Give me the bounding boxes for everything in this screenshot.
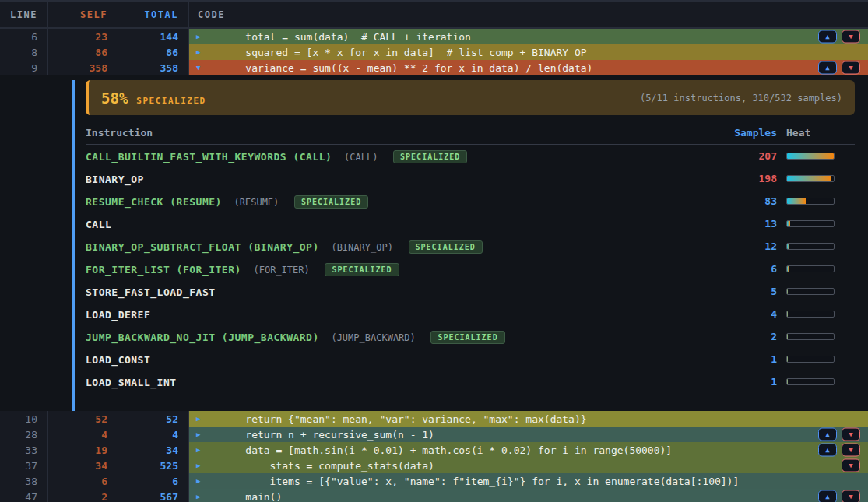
instruction-sample-count: 2 <box>722 331 777 342</box>
column-header-instruction: Instruction <box>86 127 722 139</box>
code-rows-bottom: 10 52 52 ▶ return {"mean": mean, "var": … <box>0 411 868 502</box>
instruction-row: STORE_FAST_LOAD_FAST 5 <box>86 280 855 303</box>
expand-arrow-icon[interactable]: ▶ <box>196 493 221 500</box>
instruction-name: BINARY_OP_SUBTRACT_FLOAT (BINARY_OP) <box>86 241 319 253</box>
code-cell[interactable]: ▼ variance = sum((x - mean) ** 2 for x i… <box>189 60 868 75</box>
code-line-row: 10 52 52 ▶ return {"mean": mean, "var": … <box>0 411 868 427</box>
jump-down-button[interactable]: ▼ <box>842 459 860 472</box>
heat-bar-fill <box>787 356 788 362</box>
jump-down-button[interactable]: ▼ <box>842 30 860 44</box>
self-samples: 19 <box>48 442 118 458</box>
heat-bar-fill <box>787 334 788 339</box>
self-samples: 6 <box>48 473 118 489</box>
instruction-row: BINARY_OP_SUBTRACT_FLOAT (BINARY_OP) (BI… <box>86 235 855 258</box>
total-samples: 86 <box>118 44 189 60</box>
heat-bar <box>786 175 835 182</box>
specialized-badge: SPECIALIZED <box>325 263 399 276</box>
jump-up-button[interactable]: ▲ <box>818 490 837 502</box>
heat-bar-fill <box>787 266 789 272</box>
expand-arrow-icon[interactable]: ▶ <box>196 462 221 469</box>
jump-down-button[interactable]: ▼ <box>842 490 860 502</box>
heat-bar-fill <box>787 198 806 204</box>
instruction-base-name: (BINARY_OP) <box>331 242 392 253</box>
expand-arrow-icon[interactable]: ▶ <box>196 415 221 423</box>
specialized-badge: SPECIALIZED <box>393 150 467 163</box>
code-cell[interactable]: ▶ return n + recursive_sum(n - 1) ▲ ▼ <box>189 427 868 442</box>
self-samples: 358 <box>48 60 118 75</box>
instruction-row: CALL_BUILTIN_FAST_WITH_KEYWORDS (CALL) (… <box>86 145 855 167</box>
instruction-sample-count: 207 <box>722 150 777 162</box>
specialized-percent-label: SPECIALIZED <box>136 96 206 106</box>
code-cell[interactable]: ▶ data = [math.sin(i * 0.01) + math.cos(… <box>189 442 868 458</box>
heat-bar <box>786 265 835 272</box>
instruction-row: RESUME_CHECK (RESUME) (RESUME) SPECIALIZ… <box>86 190 855 212</box>
specialization-detail-text: (5/11 instructions, 310/532 samples) <box>640 93 842 104</box>
column-header-samples: Samples <box>722 127 777 139</box>
instruction-row: LOAD_SMALL_INT 1 <box>86 370 855 393</box>
column-header-heat: Heat <box>777 127 835 139</box>
line-number: 10 <box>0 411 48 427</box>
jump-down-button[interactable]: ▼ <box>842 428 860 441</box>
expand-arrow-icon[interactable]: ▶ <box>196 48 221 56</box>
instruction-name: STORE_FAST_LOAD_FAST <box>86 286 216 298</box>
heat-bar <box>786 220 835 227</box>
line-number: 47 <box>0 489 48 502</box>
jump-up-button[interactable]: ▲ <box>818 444 837 457</box>
code-rows-top: 6 23 144 ▶ total = sum(data) # CALL + it… <box>0 29 868 75</box>
heat-bar-fill <box>787 176 831 181</box>
source-code: return {"mean": mean, "var": variance, "… <box>221 413 587 425</box>
self-samples: 86 <box>48 44 118 60</box>
jump-up-button[interactable]: ▲ <box>818 30 837 44</box>
expand-arrow-icon[interactable]: ▶ <box>196 430 221 438</box>
instruction-name: LOAD_DEREF <box>86 309 150 321</box>
instruction-row: CALL 13 <box>86 212 855 235</box>
source-code: main() <box>221 491 282 502</box>
code-cell[interactable]: ▶ total = sum(data) # CALL + iteration ▲… <box>189 29 868 44</box>
expand-arrow-icon[interactable]: ▶ <box>196 477 221 485</box>
self-samples: 34 <box>48 458 118 473</box>
code-line-row: 38 6 6 ▶ items = [{"value": x, "name": f… <box>0 473 868 489</box>
heat-bar-fill <box>787 153 834 159</box>
specialized-badge: SPECIALIZED <box>430 331 504 344</box>
code-line-row: 8 86 86 ▶ squared = [x * x for x in data… <box>0 44 868 60</box>
code-cell[interactable]: ▶ main() ▲ ▼ <box>189 489 868 502</box>
line-number: 37 <box>0 458 48 473</box>
self-samples: 23 <box>48 29 118 44</box>
heat-bar-fill <box>787 311 788 317</box>
instruction-name: LOAD_CONST <box>86 354 150 366</box>
code-line-row: 37 34 525 ▶ stats = compute_stats(data) … <box>0 458 868 473</box>
instruction-name: JUMP_BACKWARD_NO_JIT (JUMP_BACKWARD) <box>86 332 319 343</box>
column-header-total: TOTAL <box>118 2 189 27</box>
code-cell[interactable]: ▶ squared = [x * x for x in data] # list… <box>189 44 868 60</box>
column-header-line: LINE <box>0 2 48 27</box>
self-samples: 4 <box>48 427 118 442</box>
specialization-summary-banner: 58% SPECIALIZED (5/11 instructions, 310/… <box>86 80 855 115</box>
code-cell[interactable]: ▶ items = [{"value": x, "name": f"item_{… <box>189 473 868 489</box>
self-samples: 2 <box>48 489 118 502</box>
instruction-sample-count: 1 <box>722 353 777 365</box>
instruction-row: LOAD_CONST 1 <box>86 348 855 370</box>
instruction-base-name: (FOR_ITER) <box>253 265 309 276</box>
self-samples: 52 <box>48 411 118 427</box>
jump-down-button[interactable]: ▼ <box>842 61 860 75</box>
jump-up-button[interactable]: ▲ <box>818 61 837 75</box>
line-number: 6 <box>0 29 48 44</box>
line-number: 28 <box>0 427 48 442</box>
jump-down-button[interactable]: ▼ <box>842 444 860 457</box>
column-header-self: SELF <box>48 2 118 27</box>
total-samples: 358 <box>118 60 189 75</box>
code-line-row: 28 4 4 ▶ return n + recursive_sum(n - 1)… <box>0 427 868 442</box>
code-cell[interactable]: ▶ return {"mean": mean, "var": variance,… <box>189 411 868 427</box>
instruction-sample-count: 13 <box>722 218 777 230</box>
expand-arrow-icon[interactable]: ▼ <box>196 64 221 72</box>
source-code: return n + recursive_sum(n - 1) <box>221 429 434 441</box>
code-cell[interactable]: ▶ stats = compute_stats(data) ▲ ▼ <box>189 458 868 473</box>
instruction-table-header: Instruction Samples Heat <box>86 127 855 145</box>
instruction-sample-count: 1 <box>722 376 777 388</box>
expand-arrow-icon[interactable]: ▶ <box>196 33 221 40</box>
jump-up-button[interactable]: ▲ <box>818 428 837 441</box>
expand-arrow-icon[interactable]: ▶ <box>196 446 221 454</box>
source-code: squared = [x * x for x in data] # list c… <box>221 47 587 58</box>
instruction-name: BINARY_OP <box>86 174 144 185</box>
specialized-badge: SPECIALIZED <box>409 240 483 254</box>
